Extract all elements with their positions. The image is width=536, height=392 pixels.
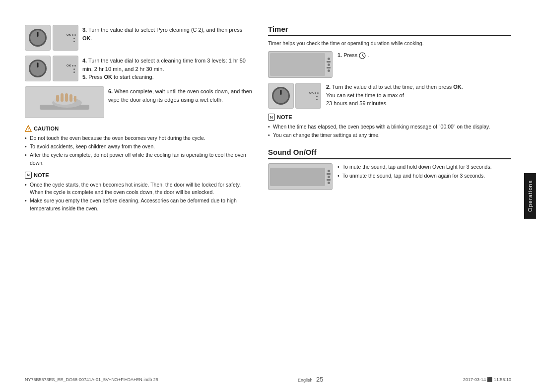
timer-step-2-extra2: 23 hours and 59 minutes. [326,100,388,106]
left-note-item-2: Make sure you empty the oven before clea… [25,197,253,212]
caution-label: CAUTION [34,126,59,131]
footer-page-number: 25 [316,376,323,383]
step-3-dial-image [25,25,51,51]
timer-step-2-body: Turn the value dial to set the time, and… [332,84,463,90]
side-rect-2 [327,67,331,68]
side-dot-3 [328,69,330,72]
timer-panel-image: OK [295,83,321,109]
svg-rect-6 [69,94,72,102]
svg-rect-3 [56,95,59,102]
left-note-item-1: Once the cycle starts, the oven becomes … [25,181,253,196]
timer-step-2-text: 2. Turn the value dial to set the time, … [326,83,511,108]
wipe-illustration [37,90,92,115]
step-4-num: 4. [82,58,87,64]
svg-rect-5 [65,93,68,102]
timer-step-2-extra1: You can set the time to a max of [326,92,404,98]
footer: NY75B5573ES_EE_DG68-00741A-01_5V+NO+FI+D… [25,376,511,383]
step-3-text: 3. Turn the value dial to select Pyro cl… [82,25,253,42]
svg-rect-4 [61,93,64,102]
right-column: Timer Timer helps you check the time or … [268,25,511,357]
step-4-body: Turn the value dial to select a cleaning… [82,58,246,72]
timer-step-1-body: Press [343,52,359,58]
timer-note-section: N NOTE When the time has elapsed, the ov… [268,114,511,139]
side-rect-1 [327,61,331,63]
svg-text:!: ! [28,128,29,131]
timer-title: Timer [268,25,511,36]
step-3-ok: OK [82,35,91,41]
svg-line-12 [362,56,364,57]
timer-step-2-ok: OK [453,84,462,90]
timer-description: Timer helps you check the time or operat… [268,40,511,46]
sound-title: Sound On/Off [268,148,511,159]
timer-side-icons-1 [327,58,331,72]
footer-language: English [298,378,313,383]
step-6-text: 6. When complete, wait until the oven co… [108,86,253,104]
step-3-num: 3. [82,27,87,33]
step-4-panel-image: OK [53,56,78,81]
dial-icon-4 [29,60,47,77]
timer-step-2: OK [268,83,511,109]
sound-content: To mute the sound, tap and hold down Ove… [268,163,511,190]
footer-file: NY75B5573ES_EE_DG68-00741A-01_5V+NO+FI+D… [25,377,158,382]
step-4: OK 4. [25,56,253,81]
timer-step-1-text: 1. Press . [337,51,511,60]
step-3-body: Turn the value dial to select Pyro clean… [82,27,242,41]
side-dot-1 [328,58,330,60]
caution-title: ! CAUTION [25,125,253,132]
caution-list: Do not touch the oven because the oven b… [25,134,253,167]
note-icon-left: N [25,172,32,179]
caution-icon: ! [25,125,32,132]
timer-step-2-images: OK [268,83,321,109]
operations-tab: Operations [524,173,536,219]
footer-english: English 25 [298,376,324,383]
timer-note-list: When the time has elapsed, the oven beep… [268,123,511,139]
main-content: OK 3. [25,25,511,357]
timer-step-1-num: 1. [337,52,342,58]
caution-item-3: After the cycle is complete, do not powe… [25,151,253,166]
timer-section: Timer Timer helps you check the time or … [268,25,511,139]
timer-step-1-image [268,51,333,78]
timer-note-label: NOTE [277,114,292,120]
step-6-body: When complete, wait until the oven cools… [108,88,252,103]
timer-note-item-1: When the time has elapsed, the oven beep… [268,123,511,131]
step-6: 6. When complete, wait until the oven co… [25,86,253,118]
footer-date: 2017-03-14 ⬛ 11:55:10 [463,377,511,382]
sound-list: To mute the sound, tap and hold down Ove… [337,163,511,179]
sound-section: Sound On/Off [268,148,511,190]
sound-text: To mute the sound, tap and hold down Ove… [337,163,511,180]
step-6-num: 6. [108,88,113,94]
timer-icon [359,52,366,59]
timer-step-2-num: 2. [326,84,331,90]
step-5-num: 5. [82,74,87,80]
dial-icon-3 [29,29,47,47]
step-3-images: OK [25,25,78,51]
timer-step-1-period: . [368,52,369,58]
sound-item-2: To unmute the sound, tap and hold down a… [337,172,511,180]
timer-note-title: N NOTE [268,114,511,121]
left-note-label: NOTE [34,172,49,178]
left-note-list: Once the cycle starts, the oven becomes … [25,181,253,212]
timer-dial-image [268,83,294,109]
caution-item-2: To avoid accidents, keep children away f… [25,143,253,150]
step-3: OK 3. [25,25,253,51]
step-5-ok: OK [104,74,112,80]
caution-section: ! CAUTION Do not touch the oven because … [25,125,253,167]
step-3-panel-image: OK [53,25,78,51]
page: OK 3. [0,0,536,392]
step-4-dial-image [25,56,51,81]
sound-image [268,163,333,190]
timer-display-1 [270,53,325,76]
step-4-text: 4. Turn the value dial to select a clean… [82,56,253,81]
sound-item-1: To mute the sound, tap and hold down Ove… [337,163,511,171]
svg-rect-7 [74,96,76,102]
step-4-images: OK [25,56,78,81]
left-column: OK 3. [25,25,253,357]
left-note-title: N NOTE [25,172,253,179]
caution-item-1: Do not touch the oven because the oven b… [25,134,253,142]
side-dot-2 [328,64,330,66]
dial-icon-timer [272,87,290,105]
timer-note-item-2: You can change the timer settings at any… [268,131,511,139]
note-icon-timer: N [268,114,275,121]
step-6-image [25,86,104,118]
left-note-section: N NOTE Once the cycle starts, the oven b… [25,172,253,212]
